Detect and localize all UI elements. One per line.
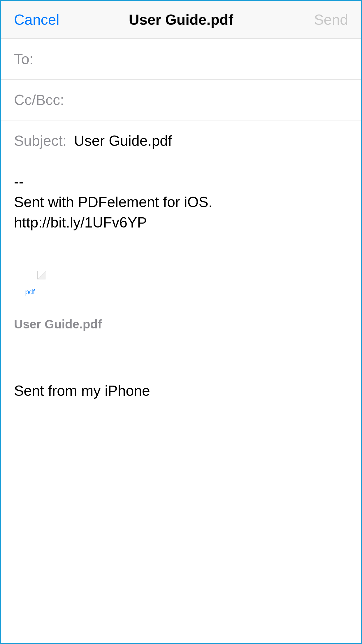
- ccbcc-label: Cc/Bcc:: [14, 92, 64, 108]
- nav-title: User Guide.pdf: [129, 11, 233, 28]
- navigation-bar: Cancel User Guide.pdf Send: [1, 1, 361, 39]
- attachment-filename: User Guide.pdf: [14, 317, 348, 331]
- to-field-row[interactable]: To:: [1, 39, 361, 80]
- to-input[interactable]: [41, 51, 348, 68]
- body-text[interactable]: -- Sent with PDFelement for iOS. http://…: [14, 172, 348, 233]
- pdf-file-icon[interactable]: pdf: [14, 271, 46, 313]
- subject-field-row[interactable]: Subject:: [1, 120, 361, 161]
- subject-label: Subject:: [14, 132, 67, 149]
- ccbcc-input[interactable]: [71, 92, 348, 108]
- email-body-area[interactable]: -- Sent with PDFelement for iOS. http://…: [1, 161, 361, 410]
- subject-input[interactable]: [74, 132, 348, 149]
- attachment-container: pdf User Guide.pdf: [14, 271, 348, 331]
- cancel-button[interactable]: Cancel: [14, 11, 59, 28]
- to-label: To:: [14, 51, 34, 68]
- send-button[interactable]: Send: [314, 11, 348, 28]
- ccbcc-field-row[interactable]: Cc/Bcc:: [1, 80, 361, 120]
- email-signature[interactable]: Sent from my iPhone: [14, 382, 348, 399]
- file-type-label: pdf: [25, 288, 35, 296]
